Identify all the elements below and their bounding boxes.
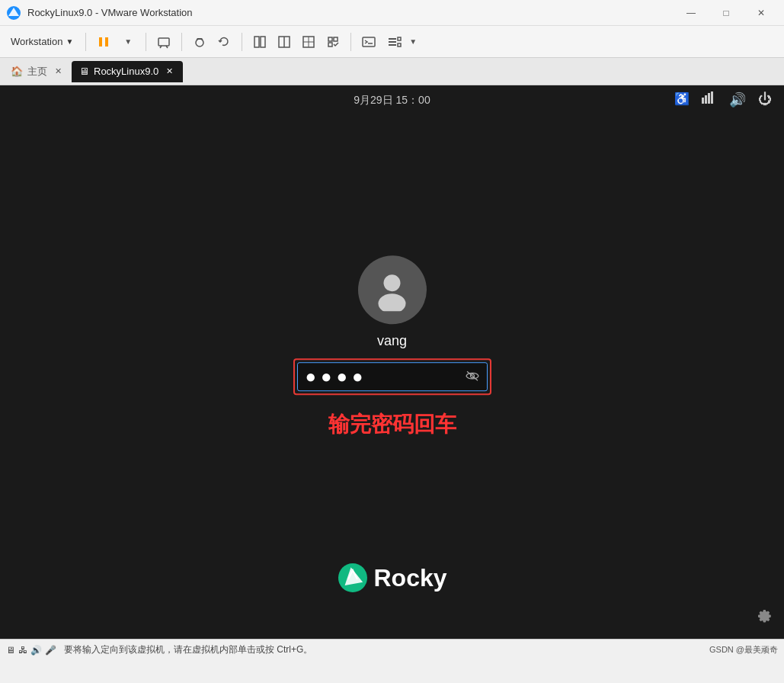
svg-rect-9	[261, 37, 265, 47]
status-bar: 🖥 🖧 🔊 🎤 要将输入定向到该虚拟机，请在虚拟机内部单击或按 Ctrl+G。 …	[0, 639, 784, 660]
status-icon-network: 🖧	[18, 645, 27, 656]
terminal-icon[interactable]	[357, 30, 380, 53]
svg-rect-19	[389, 44, 396, 46]
vm-datetime-bar: 9月29日 15：00	[0, 85, 784, 116]
status-icon-mic: 🎤	[45, 645, 56, 656]
maximize-button[interactable]: □	[709, 2, 743, 24]
password-field[interactable]: ●●●●	[297, 362, 488, 391]
svg-rect-15	[363, 37, 375, 46]
workstation-menu[interactable]: Workstation ▼	[5, 30, 79, 53]
tab-home-label: 主页	[27, 65, 47, 79]
vm-login-area: vang ●●●● 输完密码回车	[293, 255, 491, 439]
vm-settings-icon[interactable]	[383, 30, 406, 53]
home-icon: 🏠	[11, 66, 23, 77]
send-to-icon[interactable]	[152, 30, 175, 53]
password-dots: ●●●●	[306, 366, 466, 387]
tab-bar: 🏠 主页 ✕ 🖥 RockyLinux9.0 ✕	[0, 58, 784, 85]
window-title: RockyLinux9.0 - VMware Workstation	[27, 7, 674, 18]
vm-accessibility-icon: ♿	[674, 91, 690, 108]
close-button[interactable]: ✕	[744, 2, 778, 24]
password-visibility-icon[interactable]	[466, 370, 479, 383]
svg-rect-18	[389, 41, 396, 43]
toolbar-separator-3	[181, 33, 182, 51]
view-controls	[248, 30, 344, 53]
svg-rect-8	[254, 37, 259, 47]
minimize-button[interactable]: —	[674, 2, 708, 24]
window-controls: — □ ✕	[674, 2, 778, 24]
svg-rect-24	[708, 93, 710, 104]
tab-vm-icon: 🖥	[79, 66, 89, 77]
rocky-logo: Rocky	[337, 563, 446, 593]
vm-audio-icon: 🔊	[729, 91, 746, 108]
status-right-text: GSDN @最美顽奇	[709, 644, 778, 656]
menu-bar: Workstation ▼ ▼	[0, 26, 784, 58]
svg-point-26	[384, 274, 401, 291]
toolbar-separator-1	[85, 33, 86, 51]
vm-network-icon	[702, 91, 717, 108]
suspend-icon[interactable]	[92, 30, 115, 53]
toolbar-separator-4	[242, 33, 242, 51]
vm-instruction-text: 输完密码回车	[328, 410, 456, 439]
snapshot-controls	[188, 30, 235, 53]
password-wrapper: ●●●●	[293, 358, 491, 395]
svg-rect-21	[398, 43, 401, 46]
playback-controls: ▼	[92, 30, 139, 53]
svg-rect-20	[398, 37, 401, 40]
vm-status-icons: ♿ 🔊 ⏻	[674, 91, 772, 108]
svg-point-27	[379, 293, 406, 311]
status-text: 要将输入定向到该虚拟机，请在虚拟机内部单击或按 Ctrl+G。	[64, 643, 312, 656]
single-window-icon[interactable]	[273, 30, 296, 53]
play-dropdown-icon[interactable]: ▼	[117, 30, 139, 53]
toolbar-separator-2	[146, 33, 146, 51]
title-bar: RockyLinux9.0 - VMware Workstation — □ ✕	[0, 0, 784, 26]
svg-rect-3	[105, 37, 108, 46]
status-left: 🖥 🖧 🔊 🎤 要将输入定向到该虚拟机，请在虚拟机内部单击或按 Ctrl+G。	[6, 643, 312, 656]
user-avatar	[358, 255, 427, 324]
svg-rect-23	[705, 95, 707, 104]
vm-username: vang	[377, 333, 407, 349]
vm-settings-group: ▼	[383, 30, 418, 53]
tab-home-close[interactable]: ✕	[52, 66, 64, 78]
status-right: GSDN @最美顽奇	[709, 644, 778, 656]
tab-rockylinux[interactable]: 🖥 RockyLinux9.0 ✕	[72, 61, 183, 82]
revert-icon[interactable]	[213, 30, 235, 53]
vm-power-icon: ⏻	[758, 91, 772, 108]
tab-rockylinux-label: RockyLinux9.0	[94, 66, 158, 77]
svg-rect-22	[702, 98, 704, 104]
status-icon-usb: 🖥	[6, 645, 15, 656]
svg-rect-25	[711, 91, 713, 104]
unity-icon[interactable]	[322, 30, 344, 53]
toolbar-separator-5	[350, 33, 351, 51]
svg-rect-4	[158, 38, 169, 46]
tab-home[interactable]: 🏠 主页 ✕	[3, 61, 72, 82]
tab-rockylinux-close[interactable]: ✕	[163, 66, 175, 78]
stretch-icon[interactable]	[297, 30, 320, 53]
fullscreen-icon[interactable]	[248, 30, 271, 53]
vm-datetime: 9月29日 15：00	[354, 94, 430, 107]
rocky-logo-text: Rocky	[373, 564, 446, 592]
svg-point-7	[196, 39, 203, 46]
snapshot-icon[interactable]	[188, 30, 211, 53]
vm-settings-dropdown[interactable]: ▼	[408, 30, 418, 53]
svg-rect-17	[389, 38, 396, 40]
vm-screen[interactable]: 9月29日 15：00 ♿ 🔊 ⏻ vang ●●●●	[0, 85, 784, 639]
workstation-dropdown-arrow: ▼	[66, 37, 73, 46]
vm-gear-icon[interactable]	[757, 608, 772, 627]
svg-rect-2	[99, 37, 102, 46]
status-icon-audio: 🔊	[30, 645, 42, 656]
app-logo	[6, 5, 21, 21]
